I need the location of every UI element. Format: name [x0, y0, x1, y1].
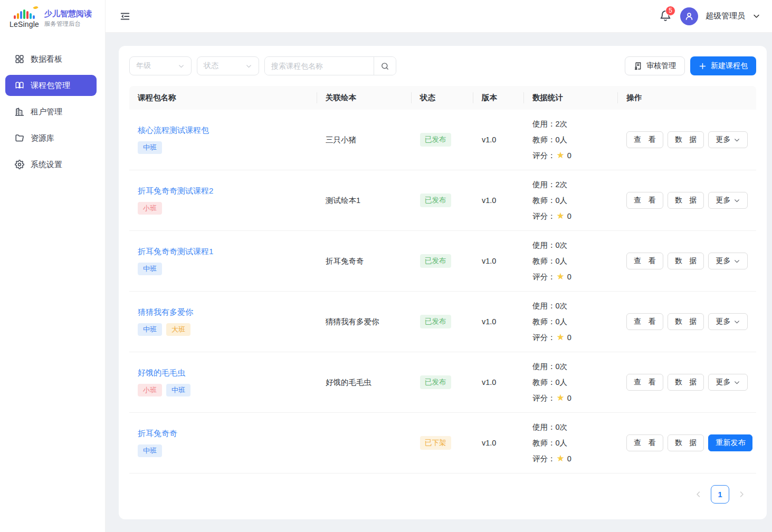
- notification-badge: 5: [665, 6, 675, 16]
- more-button[interactable]: 更多: [708, 313, 748, 330]
- chevron-down-icon: [245, 63, 252, 70]
- data-button[interactable]: 数 据: [668, 434, 704, 451]
- grade-tags: 中班大班: [138, 323, 190, 336]
- usage-label: 使用：: [532, 177, 556, 192]
- create-package-label: 新建课程包: [711, 61, 748, 71]
- chevron-down-icon[interactable]: [752, 12, 760, 20]
- rating-value: 0: [567, 451, 571, 467]
- star-icon: ★: [557, 451, 565, 467]
- related-book-cell: 三只小猪: [317, 110, 412, 170]
- prev-page-icon[interactable]: [694, 490, 702, 498]
- sidebar-item-tenants[interactable]: 租户管理: [5, 101, 97, 122]
- grade-select[interactable]: 年级: [129, 56, 192, 75]
- grade-tag: 小班: [138, 384, 162, 396]
- column-header-stats: 数据统计: [524, 86, 618, 110]
- republish-button[interactable]: 重新发布: [708, 434, 752, 451]
- create-package-button[interactable]: 新建课程包: [690, 56, 756, 75]
- star-icon: ★: [557, 148, 565, 163]
- usage-value: 0次: [556, 359, 568, 374]
- more-button[interactable]: 更多: [708, 374, 748, 391]
- page-number-current[interactable]: 1: [711, 485, 729, 504]
- status-badge: 已发布: [420, 133, 451, 147]
- teachers-label: 教师：: [532, 132, 556, 148]
- search-icon[interactable]: [374, 57, 396, 75]
- logo-bars-icon: [14, 8, 35, 19]
- view-button[interactable]: 查 看: [626, 192, 663, 209]
- package-name-link[interactable]: 折耳兔奇奇: [138, 429, 177, 439]
- data-button[interactable]: 数 据: [668, 192, 704, 209]
- audit-manage-button[interactable]: 审核管理: [625, 56, 685, 75]
- sidebar-item-label: 数据看板: [31, 54, 62, 64]
- sidebar-item-label: 资源库: [31, 133, 54, 143]
- sidebar: LeSingle 少儿智慧阅读 服务管理后台 数据看板 课程包管理 租户管理: [0, 0, 106, 532]
- status-badge: 已发布: [420, 194, 451, 207]
- brand-title: 少儿智慧阅读: [44, 9, 92, 19]
- package-name-link[interactable]: 折耳兔奇奇测试课程2: [138, 186, 213, 196]
- next-page-icon[interactable]: [738, 490, 746, 498]
- menu-fold-icon[interactable]: [118, 9, 132, 23]
- teachers-value: 0人: [556, 132, 568, 148]
- stats-cell: 使用：2次 教师：0人 评分：★0: [524, 170, 618, 230]
- status-badge: 已下架: [420, 436, 451, 450]
- usage-value: 0次: [556, 237, 568, 253]
- audit-icon: [634, 62, 642, 70]
- more-button[interactable]: 更多: [708, 192, 748, 209]
- status-badge: 已发布: [420, 254, 451, 268]
- package-name-link[interactable]: 好饿的毛毛虫: [138, 368, 185, 378]
- chevron-down-icon: [733, 197, 740, 204]
- user-name[interactable]: 超级管理员: [706, 11, 745, 21]
- view-button[interactable]: 查 看: [626, 313, 663, 330]
- stats-cell: 使用：0次 教师：0人 评分：★0: [524, 231, 618, 291]
- view-button[interactable]: 查 看: [626, 131, 663, 148]
- sidebar-item-resources[interactable]: 资源库: [5, 128, 97, 149]
- data-button[interactable]: 数 据: [668, 253, 704, 269]
- dashboard-icon: [15, 54, 24, 64]
- usage-label: 使用：: [532, 116, 556, 132]
- grade-tag: 中班: [138, 444, 162, 457]
- sidebar-item-label: 租户管理: [31, 107, 62, 117]
- chevron-down-icon: [733, 137, 740, 143]
- top-header: 5 超级管理员: [106, 0, 772, 33]
- rating-label: 评分：: [532, 451, 556, 467]
- status-select[interactable]: 状态: [197, 56, 259, 75]
- package-name-link[interactable]: 核心流程测试课程包: [138, 125, 209, 136]
- brand-subtitle: 服务管理后台: [44, 20, 92, 28]
- grade-tag: 中班: [138, 323, 162, 336]
- search-input[interactable]: [265, 57, 374, 75]
- more-button[interactable]: 更多: [708, 131, 748, 148]
- usage-value: 2次: [556, 116, 568, 132]
- rating-value: 0: [567, 208, 571, 224]
- grade-tag: 中班: [138, 263, 162, 275]
- package-name-link[interactable]: 折耳兔奇奇测试课程1: [138, 247, 213, 257]
- chevron-down-icon: [733, 318, 740, 325]
- view-button[interactable]: 查 看: [626, 253, 663, 269]
- actions-cell: 查 看数 据更多: [618, 110, 756, 170]
- sidebar-item-course-packages[interactable]: 课程包管理: [5, 75, 97, 96]
- folder-icon: [15, 133, 24, 143]
- notification-bell[interactable]: 5: [659, 9, 673, 23]
- status-select-placeholder: 状态: [204, 61, 218, 71]
- grade-tags: 中班: [138, 444, 162, 457]
- teachers-value: 0人: [556, 374, 568, 390]
- rating-value: 0: [567, 269, 571, 285]
- data-button[interactable]: 数 据: [668, 131, 704, 148]
- related-book-cell: 折耳兔奇奇: [317, 231, 412, 291]
- view-button[interactable]: 查 看: [626, 374, 663, 391]
- table-row: 核心流程测试课程包 中班 三只小猪 已发布 v1.0 使用：2次 教师：0人 评…: [129, 110, 756, 170]
- version-cell: v1.0: [473, 170, 524, 230]
- sidebar-item-dashboard[interactable]: 数据看板: [5, 49, 97, 70]
- data-button[interactable]: 数 据: [668, 374, 704, 391]
- column-header-version: 版本: [473, 86, 524, 110]
- more-button[interactable]: 更多: [708, 253, 748, 269]
- package-name-link[interactable]: 猜猜我有多爱你: [138, 307, 193, 317]
- table-row: 折耳兔奇奇测试课程2 小班 测试绘本1 已发布 v1.0 使用：2次 教师：0人…: [129, 170, 756, 231]
- chevron-down-icon: [178, 63, 185, 70]
- sidebar-item-settings[interactable]: 系统设置: [5, 154, 97, 175]
- related-book-cell: 好饿的毛毛虫: [317, 352, 412, 412]
- view-button[interactable]: 查 看: [626, 434, 663, 451]
- chevron-down-icon: [733, 379, 740, 386]
- data-button[interactable]: 数 据: [668, 313, 704, 330]
- stats-cell: 使用：0次 教师：0人 评分：★0: [524, 352, 618, 412]
- table-body: 核心流程测试课程包 中班 三只小猪 已发布 v1.0 使用：2次 教师：0人 评…: [129, 110, 756, 473]
- avatar[interactable]: [680, 7, 698, 25]
